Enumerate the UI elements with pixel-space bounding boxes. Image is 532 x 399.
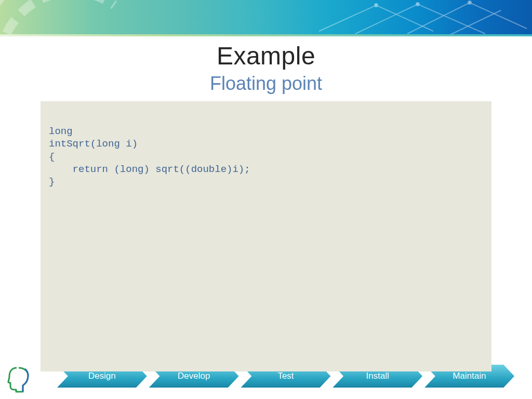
banner-circuit-decoration <box>314 0 532 36</box>
slide-title: Example <box>0 42 532 70</box>
svg-point-1 <box>416 3 419 6</box>
footer-step-label: Design <box>88 371 116 381</box>
footer-step-label: Install <box>366 371 389 381</box>
banner-underline <box>0 34 532 36</box>
footer-step-label: Test <box>277 371 294 381</box>
header-banner <box>0 0 532 36</box>
svg-point-0 <box>375 4 378 7</box>
footer-step-label: Develop <box>178 371 210 381</box>
logo-icon <box>7 366 31 393</box>
banner-arc-decoration <box>0 0 145 36</box>
slide-subtitle: Floating point <box>0 73 532 95</box>
svg-point-2 <box>468 1 471 4</box>
footer-step-label: Maintain <box>453 371 486 381</box>
code-block: long intSqrt(long i) { return (long) sqr… <box>41 101 491 371</box>
slide: Example Floating point Design Develop Te… <box>0 0 532 399</box>
code-content: long intSqrt(long i) { return (long) sqr… <box>49 125 483 189</box>
